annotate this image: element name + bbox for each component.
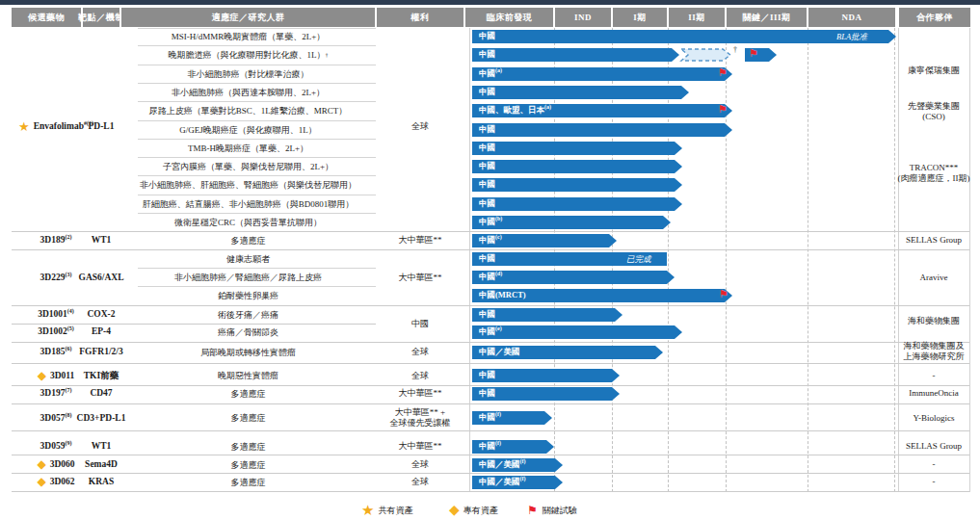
footnote-superscript: (f) — [495, 440, 501, 446]
bar-region-label: 中國(e) — [472, 326, 502, 338]
group-separator — [12, 385, 969, 386]
footnote-superscript: (f) — [495, 411, 501, 417]
bar-region-label: 中國 — [472, 49, 495, 61]
indication-separator — [138, 175, 376, 176]
column-header-indication: 適應症／研究人群 — [121, 8, 375, 27]
partner-label: SELLAS Group — [897, 441, 970, 452]
bar-region-label: 中國(c) — [472, 235, 502, 247]
indication-label: 鉑耐藥性卵巢癌 — [121, 289, 375, 302]
indication-text: 局部晚期或轉移性實體瘤 — [200, 348, 296, 358]
group-separator — [12, 491, 969, 492]
partner-line: SELLAS Group — [906, 441, 962, 452]
group-separator — [12, 231, 969, 232]
bar-region-label: 中國 — [472, 309, 495, 321]
indication-separator — [138, 139, 376, 140]
footnote-superscript: (c) — [495, 234, 502, 240]
footnote-superscript: (d) — [495, 271, 502, 276]
partner-line: 海和藥物集團 — [908, 316, 960, 326]
bar-region-label: 中國／美國(f) — [472, 459, 526, 471]
footnote-superscript: (f) — [520, 458, 526, 464]
group-separator — [12, 473, 969, 474]
rights-line: 大中華區** — [399, 235, 442, 246]
key-trial-flag-icon: ⚑ — [718, 67, 728, 78]
bar-region-label: 中國(a) — [472, 68, 502, 80]
rights-line: 全球 — [411, 477, 429, 487]
rights-line: 大中華區** + — [395, 407, 445, 418]
partner-line: ImmuneOncia — [909, 388, 958, 399]
stage-bar: 中國(f) — [472, 411, 552, 425]
rights-line: 中國 — [411, 319, 429, 329]
bar-region-label: 中國 — [472, 87, 495, 98]
group-separator — [12, 455, 969, 455]
legend-item-flag: ⚑關鍵試驗 — [527, 503, 577, 518]
indication-separator — [138, 195, 376, 195]
indication-text: 多適應症 — [231, 236, 266, 247]
group-separator — [12, 249, 969, 250]
column-header-partner: 合作夥伴 — [899, 8, 970, 27]
partner-label: 海和藥物集團及上海藥物研究所 — [897, 341, 970, 362]
stage-bar: 中國 — [472, 178, 682, 192]
indication-label: 肝細胞癌、結直腸癌、非小細胞肺癌（與BD0801聯用） — [121, 197, 375, 211]
indication-text: 癌痛／骨關節炎 — [218, 327, 278, 338]
indication-text: 非小細胞肺癌（與西達本胺聯用、2L+） — [172, 88, 325, 98]
bar-region-label: 中國 — [472, 143, 495, 154]
indication-text: 多適應症 — [231, 460, 266, 471]
rights-label: 全球 — [377, 121, 464, 132]
indication-separator — [138, 213, 376, 214]
rights-label: 全球 — [377, 347, 464, 357]
star-icon: ★ — [361, 505, 374, 517]
indication-text: 非小細胞肺癌／腎細胞癌／尿路上皮癌 — [174, 273, 322, 283]
partner-label: - — [897, 477, 970, 487]
stage-bar: 中國／美國 — [472, 346, 663, 359]
footnote-superscript: (f) — [520, 476, 526, 481]
stage-bar: 中國(f) — [472, 440, 554, 454]
legend-item-diamond: ◆專有資產 — [449, 503, 498, 518]
stage-bar: 中國 — [472, 160, 682, 173]
stage-bar: 中國 — [472, 369, 620, 382]
bar-region-label: 中國 — [472, 179, 495, 191]
indication-label: 尿路上皮癌（單藥對比BSC、1L維繫治療、MRCT） — [121, 104, 375, 117]
partner-label: ImmuneOncia — [897, 388, 970, 399]
stage-bar: 中國(MRCT) — [472, 289, 732, 302]
footnote-superscript: (a) — [544, 104, 551, 110]
completed-label: 已完成 — [626, 254, 651, 266]
stage-bar: 中國／美國(f) — [472, 458, 563, 472]
indication-label: G/GEJ晚期癌症（與化療聯用、1L） — [121, 123, 375, 137]
stage-bar: 中國、歐盟、日本(a) — [472, 104, 732, 117]
indication-label: 多適應症 — [121, 458, 375, 472]
bar-region-label: 中國／美國 — [472, 347, 520, 358]
partner-label: 先聲藥業集團(CSO) — [897, 101, 970, 122]
partner-label: 康寧傑瑞集團 — [897, 65, 970, 76]
partner-label: Aravive — [897, 273, 970, 283]
rights-line: 全球優先受讓權 — [390, 418, 451, 429]
stage-bar: 中國 — [472, 30, 896, 43]
partner-label: - — [897, 371, 970, 381]
bla-approval-label: BLA批准 — [836, 32, 867, 43]
group-separator — [12, 305, 969, 306]
stage-bar: 中國 — [472, 308, 622, 322]
rights-label: 大中華區** — [377, 235, 464, 246]
drug-pipeline-chart: 候選藥物靶點／機制適應症／研究人群權利臨床前發現INDI期II期關鍵／III期N… — [0, 0, 980, 520]
column-header-phase1: I期 — [613, 8, 667, 27]
proprietary-asset-diamond-icon: ◆ — [37, 476, 45, 487]
indication-label: TMB-H晚期癌症（單藥、2L+） — [121, 142, 375, 155]
indication-label: 非小細胞肺癌、肝細胞癌、腎細胞癌（與樂伐替尼聯用） — [121, 178, 375, 192]
indication-text: 子宮內膜癌（單藥、與樂伐替尼聯用、2L+） — [163, 162, 333, 172]
indication-text: MSI-H/dMMR晚期實體瘤（單藥、2L+） — [172, 32, 326, 42]
partner-line: - — [933, 371, 936, 381]
rights-label: 大中華區** — [377, 441, 464, 452]
indication-text: TMB-H晚期癌症（單藥、2L+） — [188, 143, 308, 154]
stage-bar: 中國 — [472, 142, 682, 155]
column-header-nda: NDA — [808, 8, 895, 27]
stage-bar: 中國(b) — [472, 216, 671, 229]
stage-bar: 中國(a) — [472, 67, 732, 81]
indication-text: 多適應症 — [231, 389, 266, 400]
indication-label: 多適應症 — [121, 440, 375, 454]
top-strip — [0, 0, 980, 5]
indication-separator — [138, 120, 376, 121]
rights-line: 全球 — [411, 347, 429, 357]
rights-line: 全球 — [411, 371, 429, 381]
column-header-rights: 權利 — [377, 8, 464, 27]
rights-label: 中國 — [377, 319, 464, 329]
stage-bar: 中國／美國(f) — [472, 476, 563, 489]
